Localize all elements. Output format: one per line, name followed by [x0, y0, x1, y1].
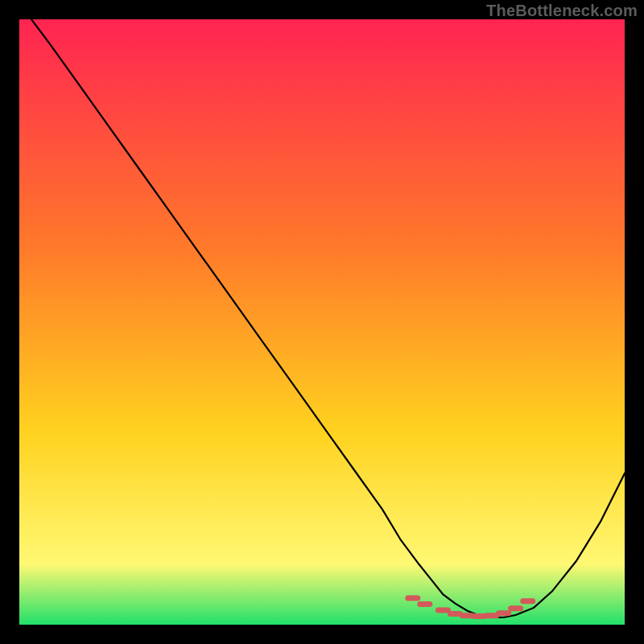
watermark: TheBottleneck.com — [486, 2, 638, 20]
chart-svg — [19, 19, 625, 625]
chart-container: TheBottleneck.com — [0, 0, 644, 644]
plot-area — [19, 19, 625, 625]
gradient-background — [19, 19, 625, 625]
